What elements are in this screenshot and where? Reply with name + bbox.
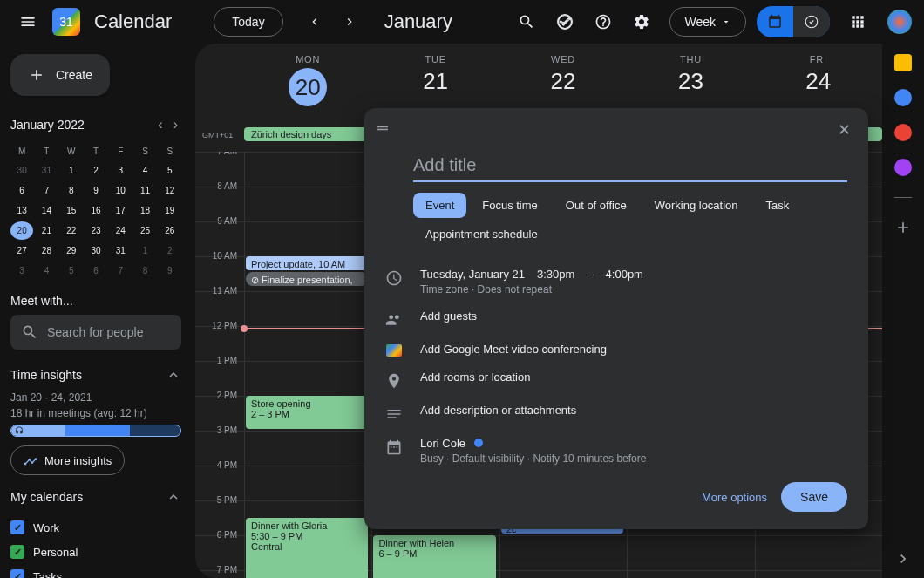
tasks-icon[interactable] (894, 89, 912, 106)
event-end-time[interactable]: 4:00pm (606, 268, 643, 281)
time-cell[interactable] (244, 222, 371, 256)
mini-cal-day[interactable]: 16 (85, 201, 107, 220)
maps-icon[interactable] (894, 159, 912, 176)
support-button[interactable] (547, 4, 582, 39)
mini-cal-day[interactable]: 5 (159, 161, 181, 180)
mini-cal-day[interactable]: 19 (159, 201, 181, 220)
calendar-event[interactable]: Dinner with Helen6 – 9 PM (373, 535, 495, 578)
keep-icon[interactable] (894, 54, 912, 71)
mini-cal-day[interactable]: 25 (133, 221, 156, 240)
calendar-event[interactable]: Project update, 10 AM (246, 256, 368, 270)
time-cell[interactable] (244, 466, 371, 500)
drag-handle-icon[interactable] (375, 120, 391, 139)
calendar-view-button[interactable] (757, 6, 793, 37)
account-avatar[interactable] (886, 8, 914, 36)
time-cell[interactable] (755, 536, 882, 570)
calendar-event[interactable]: ⊘ Finalize presentation, 10: (246, 272, 368, 286)
mini-cal-day[interactable]: 2 (85, 161, 107, 180)
add-guests-button[interactable]: Add guests (420, 309, 847, 323)
mini-cal-day[interactable]: 30 (10, 161, 33, 180)
time-cell[interactable] (244, 292, 371, 326)
event-start-time[interactable]: 3:30pm (537, 268, 574, 281)
time-cell[interactable] (755, 571, 882, 578)
mini-cal-day[interactable]: 2 (159, 241, 181, 260)
mini-cal-day[interactable]: 29 (60, 241, 83, 260)
event-type-tab[interactable]: Focus time (470, 193, 550, 218)
mini-cal-day[interactable]: 15 (60, 201, 83, 220)
today-button[interactable]: Today (214, 7, 282, 37)
calendar-toggle[interactable]: ✓Personal (10, 540, 181, 564)
main-menu-button[interactable] (10, 4, 45, 39)
more-insights-button[interactable]: More insights (10, 445, 125, 475)
mini-cal-day[interactable]: 7 (35, 181, 58, 200)
settings-button[interactable] (624, 4, 659, 39)
mini-cal-day[interactable]: 27 (10, 241, 33, 260)
event-type-tab[interactable]: Event (413, 193, 466, 218)
add-meet-button[interactable]: Add Google Meet video conferencing (420, 343, 847, 356)
mini-cal-day[interactable]: 3 (10, 262, 33, 280)
visibility-info[interactable]: Busy · Default visibility · Notify 10 mi… (420, 452, 847, 465)
mini-cal-day[interactable]: 11 (133, 181, 156, 200)
calendar-owner[interactable]: Lori Cole (420, 437, 465, 450)
mini-cal-day[interactable]: 12 (159, 181, 181, 200)
close-button[interactable]: ✕ (831, 117, 858, 143)
time-cell[interactable] (244, 327, 371, 361)
time-cell[interactable] (244, 153, 371, 187)
event-type-tab[interactable]: Out of office (554, 193, 639, 218)
apps-button[interactable] (840, 4, 875, 39)
time-cell[interactable] (499, 536, 627, 570)
event-date[interactable]: Tuesday, January 21 (420, 268, 525, 281)
search-people-input[interactable]: Search for people (10, 315, 181, 350)
mini-cal-prev[interactable]: ‹ (154, 113, 166, 136)
mini-cal-day[interactable]: 26 (159, 221, 181, 240)
event-type-tab[interactable]: Working location (642, 193, 751, 218)
calendar-event[interactable]: Dinner with Gloria5:30 – 9 PMCentral (246, 518, 368, 578)
mini-cal-day[interactable]: 8 (133, 262, 156, 280)
more-options-button[interactable]: More options (702, 491, 767, 504)
mini-cal-day[interactable]: 31 (109, 241, 132, 260)
mini-cal-day[interactable]: 5 (60, 262, 83, 280)
add-addon-icon[interactable] (894, 219, 912, 236)
chevron-right-icon[interactable] (894, 550, 912, 568)
event-type-tab[interactable]: Appointment schedule (413, 221, 550, 247)
event-title-input[interactable]: Add title (413, 150, 847, 182)
create-button[interactable]: Create (10, 54, 110, 96)
mini-cal-day[interactable]: 4 (35, 262, 58, 280)
timezone-repeat-info[interactable]: Time zone · Does not repeat (420, 283, 847, 296)
calendar-toggle[interactable]: ✓Tasks (10, 564, 181, 578)
mini-cal-day[interactable]: 6 (85, 262, 107, 280)
mini-cal-day[interactable]: 13 (10, 201, 33, 220)
mini-cal-day[interactable]: 8 (60, 181, 83, 200)
view-selector[interactable]: Week (669, 7, 746, 37)
mini-cal-day[interactable]: 18 (133, 201, 156, 220)
tasks-view-button[interactable] (793, 6, 830, 37)
prev-period-button[interactable] (301, 8, 329, 36)
time-cell[interactable] (499, 571, 627, 578)
mini-cal-day[interactable]: 24 (109, 221, 132, 240)
mini-cal-day[interactable]: 30 (85, 241, 107, 260)
event-type-tab[interactable]: Task (754, 193, 802, 218)
save-button[interactable]: Save (781, 482, 847, 512)
contacts-icon[interactable] (894, 124, 912, 141)
mini-cal-day[interactable]: 6 (10, 181, 33, 200)
mini-cal-day[interactable]: 7 (109, 262, 132, 280)
mini-cal-day[interactable]: 4 (133, 161, 156, 180)
mini-cal-day[interactable]: 31 (35, 161, 58, 180)
time-insights-header[interactable]: Time insights (10, 364, 181, 386)
search-button[interactable] (509, 4, 544, 39)
mini-cal-day[interactable]: 14 (35, 201, 58, 220)
calendar-event[interactable]: Store opening2 – 3 PM (246, 396, 368, 429)
time-cell[interactable] (244, 432, 371, 466)
add-location-button[interactable]: Add rooms or location (420, 371, 847, 384)
mini-cal-day[interactable]: 9 (159, 262, 181, 280)
time-cell[interactable] (244, 187, 371, 221)
add-description-button[interactable]: Add description or attachments (420, 404, 847, 417)
mini-cal-day[interactable]: 21 (35, 221, 58, 240)
my-calendars-header[interactable]: My calendars (10, 486, 181, 508)
day-column-header[interactable]: MON20 (244, 44, 371, 127)
time-cell[interactable] (627, 571, 754, 578)
mini-cal-day[interactable]: 1 (60, 161, 83, 180)
mini-cal-day[interactable]: 28 (35, 241, 58, 260)
mini-cal-day[interactable]: 9 (85, 181, 107, 200)
time-cell[interactable] (244, 362, 371, 396)
